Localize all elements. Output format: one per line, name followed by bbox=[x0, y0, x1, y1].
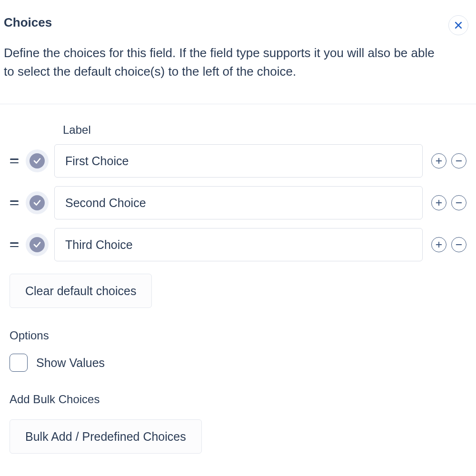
drag-handle-icon[interactable] bbox=[10, 159, 20, 163]
choice-label-input[interactable] bbox=[54, 228, 423, 261]
options-heading: Options bbox=[10, 329, 466, 342]
add-choice-button[interactable] bbox=[431, 237, 446, 252]
choice-row bbox=[10, 228, 466, 261]
plus-icon bbox=[435, 241, 443, 248]
check-icon bbox=[30, 195, 45, 210]
show-values-label: Show Values bbox=[36, 356, 105, 370]
remove-choice-button[interactable] bbox=[451, 237, 466, 252]
column-header-label: Label bbox=[63, 123, 466, 137]
dialog-description: Define the choices for this field. If th… bbox=[4, 44, 442, 81]
default-choice-toggle[interactable] bbox=[26, 233, 49, 256]
minus-icon bbox=[455, 199, 463, 207]
dialog-title: Choices bbox=[4, 15, 52, 30]
drag-handle-icon[interactable] bbox=[10, 200, 20, 205]
default-choice-toggle[interactable] bbox=[26, 149, 49, 172]
add-choice-button[interactable] bbox=[431, 195, 446, 210]
show-values-checkbox-row[interactable]: Show Values bbox=[10, 354, 466, 372]
divider bbox=[0, 104, 476, 104]
plus-icon bbox=[435, 199, 443, 207]
remove-choice-button[interactable] bbox=[451, 195, 466, 210]
minus-icon bbox=[455, 157, 463, 165]
minus-icon bbox=[455, 241, 463, 248]
show-values-checkbox[interactable] bbox=[10, 354, 28, 372]
check-icon bbox=[30, 153, 45, 169]
add-choice-button[interactable] bbox=[431, 153, 446, 169]
choice-row bbox=[10, 186, 466, 219]
check-icon bbox=[30, 237, 45, 252]
add-bulk-heading: Add Bulk Choices bbox=[10, 393, 466, 406]
choice-label-input[interactable] bbox=[54, 186, 423, 219]
close-icon bbox=[454, 20, 463, 30]
remove-choice-button[interactable] bbox=[451, 153, 466, 169]
choice-row bbox=[10, 144, 466, 178]
drag-handle-icon[interactable] bbox=[10, 242, 20, 247]
bulk-add-button[interactable]: Bulk Add / Predefined Choices bbox=[10, 419, 202, 454]
default-choice-toggle[interactable] bbox=[26, 191, 49, 214]
plus-icon bbox=[435, 157, 443, 165]
close-button[interactable] bbox=[448, 15, 468, 35]
clear-default-choices-button[interactable]: Clear default choices bbox=[10, 274, 152, 308]
choice-label-input[interactable] bbox=[54, 144, 423, 178]
